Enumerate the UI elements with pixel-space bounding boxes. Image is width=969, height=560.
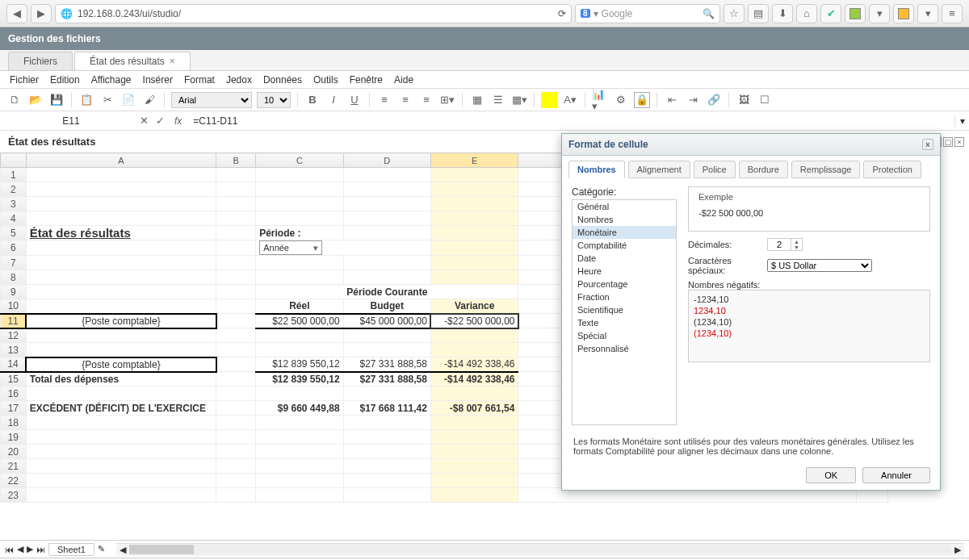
col-C[interactable]: C (256, 153, 343, 168)
save-icon[interactable]: 💾 (48, 92, 65, 108)
ok-button[interactable]: OK (806, 467, 856, 483)
sheet-nav-prev-icon[interactable]: ◀ (17, 544, 23, 554)
paste-icon[interactable]: 📄 (120, 92, 136, 108)
bold-icon[interactable]: B (304, 92, 321, 108)
italic-icon[interactable]: I (325, 92, 342, 108)
copy-icon[interactable]: 📋 (78, 92, 94, 108)
align-center-icon[interactable]: ≡ (397, 92, 413, 108)
col-E[interactable]: E (430, 153, 518, 168)
sheet-tab-bar: ⏮ ◀ ▶ ⏭ Sheet1 ✎ ◀▶ (0, 540, 969, 558)
negative-numbers-list[interactable]: -1234,10 1234,10 (1234,10) (1234,10) (688, 290, 930, 362)
sheet-nav-next-icon[interactable]: ▶ (27, 544, 33, 554)
menu-outils[interactable]: Outils (313, 74, 338, 86)
font-select[interactable]: Arial (171, 92, 252, 108)
fontsize-select[interactable]: 10 (257, 92, 291, 108)
menu-edition[interactable]: Edition (50, 74, 80, 86)
font-color-icon[interactable]: A▾ (562, 92, 578, 108)
chart-icon[interactable]: 📊▾ (592, 92, 608, 108)
dialog-hint: Les formats Monétaire sont utilisés pour… (562, 428, 940, 461)
check-icon[interactable]: ✔ (820, 4, 841, 23)
menu-fichier[interactable]: Fichier (10, 74, 39, 86)
formula-dropdown-icon[interactable]: ▾ (954, 115, 969, 127)
menu-icon[interactable]: ≡ (942, 4, 963, 23)
drive-sep: ▾ (869, 4, 890, 23)
library-icon[interactable]: ▤ (748, 4, 769, 23)
dlg-tab-protection[interactable]: Protection (863, 161, 921, 178)
cancel-formula-icon[interactable]: ✕ (136, 113, 152, 129)
format-painter-icon[interactable]: 🖌 (141, 92, 157, 108)
fill-color-icon[interactable] (541, 92, 557, 108)
browser-toolbar: ◀ ▶ 🌐 192.168.0.243/ui/studio/ ⟳ 8 ▾ Goo… (0, 0, 969, 27)
indent-icon[interactable]: ⇥ (685, 92, 701, 108)
align-left-icon[interactable]: ≡ (376, 92, 392, 108)
symbol-select[interactable]: $ US Dollar (767, 259, 872, 272)
dlg-tab-alignement[interactable]: Alignement (628, 161, 690, 178)
formula-input[interactable]: =C11-D11 (188, 115, 954, 127)
col-B[interactable]: B (216, 153, 256, 168)
cell-E11[interactable]: -$22 500 000,00 (430, 314, 518, 328)
menu-format[interactable]: Format (184, 74, 215, 86)
widget-icon[interactable]: ⚙ (613, 92, 629, 108)
drive-icon-1[interactable] (845, 4, 866, 23)
col-D[interactable]: D (343, 153, 430, 168)
col-A[interactable]: A (26, 153, 216, 168)
dlg-tab-bordure[interactable]: Bordure (739, 161, 788, 178)
borders-icon[interactable]: ▦ (469, 92, 485, 108)
rows-icon[interactable]: ☰ (490, 92, 506, 108)
forward-button[interactable]: ▶ (31, 4, 52, 23)
reload-icon[interactable]: ⟳ (558, 8, 566, 19)
new-icon[interactable]: 🗋 (6, 92, 23, 108)
browser-search[interactable]: 8 ▾ Google 🔍 (575, 4, 720, 23)
underline-icon[interactable]: U (346, 92, 363, 108)
dlg-tab-remplissage[interactable]: Remplissage (791, 161, 861, 178)
back-button[interactable]: ◀ (6, 4, 27, 23)
menu-jedox[interactable]: Jedox (226, 74, 252, 86)
file-tabstrip: Fichiers État des résultats× (0, 50, 969, 71)
grid-icon[interactable]: ▦▾ (511, 92, 527, 108)
menu-aide[interactable]: Aide (394, 74, 413, 86)
open-icon[interactable]: 📂 (27, 92, 44, 108)
accept-formula-icon[interactable]: ✓ (152, 113, 168, 129)
sheet-nav-first-icon[interactable]: ⏮ (5, 545, 14, 554)
menu-donnees[interactable]: Données (263, 74, 302, 86)
menubar: Fichier Edition Affichage Insérer Format… (0, 71, 969, 89)
dialog-close-icon[interactable]: × (922, 139, 933, 150)
decimals-spinner[interactable]: ▲▼ (767, 238, 803, 251)
horizontal-scrollbar[interactable]: ◀▶ (116, 543, 964, 556)
category-list[interactable]: Général Nombres Monétaire Comptabilité D… (572, 199, 677, 425)
menu-inserer[interactable]: Insérer (143, 74, 173, 86)
merge-icon[interactable]: ⊞▾ (439, 92, 455, 108)
menu-affichage[interactable]: Affichage (91, 74, 132, 86)
drive-icon-2[interactable] (893, 4, 914, 23)
align-right-icon[interactable]: ≡ (418, 92, 434, 108)
dlg-tab-police[interactable]: Police (694, 161, 736, 178)
link-icon[interactable]: 🔗 (706, 92, 722, 108)
fx-icon[interactable]: fx (168, 115, 188, 127)
download-icon[interactable]: ⬇ (772, 4, 793, 23)
globe-icon: 🌐 (61, 8, 73, 19)
bookmark-icon[interactable]: ☆ (724, 4, 745, 23)
search-icon: 🔍 (703, 8, 715, 19)
close-icon[interactable]: × (170, 56, 175, 67)
close-window-icon[interactable]: × (954, 137, 964, 147)
cut-icon[interactable]: ✂ (99, 92, 115, 108)
image-icon[interactable]: 🖼 (736, 92, 752, 108)
cell-name-box[interactable]: E11 (6, 115, 136, 127)
tab-fichiers[interactable]: Fichiers (8, 52, 73, 70)
cancel-button[interactable]: Annuler (862, 467, 930, 483)
periode-dropdown[interactable]: Année (259, 240, 322, 255)
outdent-icon[interactable]: ⇤ (664, 92, 680, 108)
sheet-nav-last-icon[interactable]: ⏭ (36, 545, 45, 554)
menu-fenetre[interactable]: Fenêtre (350, 74, 383, 86)
lock-icon[interactable]: 🔒 (634, 92, 650, 108)
control-icon[interactable]: ☐ (757, 92, 773, 108)
example-value: -$22 500 000,00 (695, 202, 923, 224)
dlg-tab-nombres[interactable]: Nombres (568, 161, 625, 178)
address-bar[interactable]: 🌐 192.168.0.243/ui/studio/ ⟳ (55, 4, 572, 23)
home-icon[interactable]: ⌂ (796, 4, 817, 23)
new-sheet-icon[interactable]: ✎ (98, 544, 105, 554)
tab-etat-resultats[interactable]: État des résultats× (74, 52, 191, 70)
maximize-icon[interactable]: ▢ (943, 137, 953, 147)
drive-sep-2: ▾ (917, 4, 938, 23)
sheet-tab-1[interactable]: Sheet1 (48, 543, 94, 556)
